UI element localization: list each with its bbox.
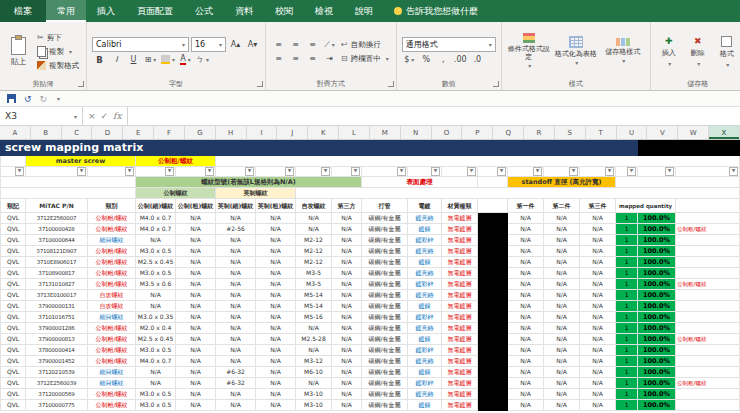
cell-tapping[interactable]: N/A: [296, 323, 332, 334]
cell-right[interactable]: [676, 235, 740, 246]
clipboard-dialog-launcher[interactable]: [78, 81, 84, 87]
cell-right[interactable]: [676, 389, 740, 400]
cell-imp_coarse[interactable]: N/A: [256, 257, 296, 268]
cell-s1[interactable]: N/A: [508, 268, 544, 279]
cell-tapping[interactable]: M2-12: [296, 257, 332, 268]
cell-s1[interactable]: N/A: [508, 400, 544, 411]
cell-imp_fine[interactable]: N/A: [216, 246, 256, 257]
column-letter-V[interactable]: V: [647, 126, 678, 139]
cell-material[interactable]: 碳鋼/有金屬: [362, 378, 408, 389]
cell-right[interactable]: [676, 268, 740, 279]
thread-note-band[interactable]: 螺紋型號(若無該L規格則為N/A): [136, 177, 362, 188]
empty-cell[interactable]: [296, 188, 740, 199]
column-letter-F[interactable]: F: [154, 126, 185, 139]
cell-pn[interactable]: 37108121D907: [26, 246, 88, 257]
cell-metric_coarse[interactable]: N/A: [176, 400, 216, 411]
cell-qty[interactable]: 1: [616, 246, 638, 257]
cell-metric_coarse[interactable]: N/A: [176, 235, 216, 246]
cell-s2[interactable]: N/A: [544, 378, 580, 389]
cell-qty[interactable]: 1: [616, 213, 638, 224]
cell-third[interactable]: N/A: [332, 400, 362, 411]
cell-redacted[interactable]: [478, 367, 508, 378]
cell-imp_coarse[interactable]: N/A: [256, 301, 296, 312]
cell-surface[interactable]: 無電鍍層: [442, 367, 478, 378]
cell-qvl[interactable]: QVL: [1, 301, 26, 312]
cell-s2[interactable]: N/A: [544, 268, 580, 279]
cell-cat[interactable]: 公制粗/螺紋: [88, 268, 136, 279]
cell-metric_coarse[interactable]: N/A: [176, 334, 216, 345]
column-header-metric_coarse[interactable]: 公制(粗)螺紋: [176, 199, 216, 213]
cell-tapping[interactable]: M2-12: [296, 246, 332, 257]
column-letter-I[interactable]: I: [247, 126, 278, 139]
cell-imp_fine[interactable]: N/A: [216, 301, 256, 312]
cell-s2[interactable]: N/A: [544, 279, 580, 290]
cell-qvl[interactable]: QVL: [1, 213, 26, 224]
underline-button[interactable]: U: [126, 53, 141, 66]
cell-redacted[interactable]: [478, 213, 508, 224]
filter-cell[interactable]: ▼: [408, 167, 442, 177]
cell-imp_fine[interactable]: N/A: [216, 268, 256, 279]
cell-s2[interactable]: N/A: [544, 367, 580, 378]
cell-imp_fine[interactable]: N/A: [216, 279, 256, 290]
column-letter-O[interactable]: O: [432, 126, 463, 139]
cell-third[interactable]: N/A: [332, 356, 362, 367]
cell-imp_coarse[interactable]: N/A: [256, 279, 296, 290]
cell-qty[interactable]: 1: [616, 378, 638, 389]
copy-button[interactable]: 複製▾: [35, 45, 81, 58]
name-box[interactable]: X3 ▾: [0, 107, 83, 125]
cell-metric_fine[interactable]: M4.0 x 0.7: [136, 356, 176, 367]
column-header-imp_coarse[interactable]: 英制(粗)螺紋: [256, 199, 296, 213]
cell-cat[interactable]: 細目螺紋: [88, 235, 136, 246]
cell-pct[interactable]: 100.0%: [638, 268, 676, 279]
filter-dropdown-icon[interactable]: ▼: [321, 167, 330, 176]
cell-right[interactable]: [676, 301, 740, 312]
cell-s1[interactable]: N/A: [508, 246, 544, 257]
cell-s3[interactable]: N/A: [580, 279, 616, 290]
cell-pct[interactable]: 100.0%: [638, 290, 676, 301]
cell-s2[interactable]: N/A: [544, 213, 580, 224]
cell-s1[interactable]: N/A: [508, 312, 544, 323]
cell-imp_fine[interactable]: N/A: [216, 257, 256, 268]
italic-button[interactable]: I: [109, 53, 124, 66]
cell-material[interactable]: 碳鋼/有金屬: [362, 345, 408, 356]
cell-metric_fine[interactable]: M3.0 x 0.5: [136, 400, 176, 411]
cell-qty[interactable]: 1: [616, 389, 638, 400]
column-letter-X[interactable]: X: [709, 126, 740, 139]
cell-s1[interactable]: N/A: [508, 301, 544, 312]
column-letter-G[interactable]: G: [185, 126, 216, 139]
cell-s3[interactable]: N/A: [580, 290, 616, 301]
cell-s1[interactable]: N/A: [508, 378, 544, 389]
cell-metric_coarse[interactable]: N/A: [176, 356, 216, 367]
cell-surface[interactable]: 無電鍍層: [442, 246, 478, 257]
filter-dropdown-icon[interactable]: ▼: [125, 167, 134, 176]
cell-s2[interactable]: N/A: [544, 235, 580, 246]
column-letter-C[interactable]: C: [62, 126, 93, 139]
filter-dropdown-icon[interactable]: ▼: [15, 167, 24, 176]
cell-pn[interactable]: 37120000569: [26, 389, 88, 400]
cell-cat[interactable]: 細目螺紋: [88, 378, 136, 389]
shrink-font-button[interactable]: A▾: [245, 38, 260, 51]
cell-surface[interactable]: 無電鍍層: [442, 279, 478, 290]
column-header-surface[interactable]: 材質種類: [442, 199, 478, 213]
column-header-third[interactable]: 第三方: [332, 199, 362, 213]
borders-button[interactable]: ⊞▾: [143, 53, 158, 66]
cell-s1[interactable]: N/A: [508, 345, 544, 356]
cell-tapping[interactable]: M3-10: [296, 389, 332, 400]
filter-dropdown-icon[interactable]: ▼: [605, 167, 614, 176]
filter-dropdown-icon[interactable]: ▼: [497, 167, 506, 176]
column-header-plating[interactable]: 電鍍: [408, 199, 442, 213]
cell-imp_coarse[interactable]: N/A: [256, 268, 296, 279]
cell-imp_fine[interactable]: N/A: [216, 213, 256, 224]
cell-surface[interactable]: 無電鍍層: [442, 290, 478, 301]
cell-plating[interactable]: 鍍鎳: [408, 257, 442, 268]
column-header-metric_fine[interactable]: 公制(細)螺紋: [136, 199, 176, 213]
cell-s2[interactable]: N/A: [544, 334, 580, 345]
cell-imp_coarse[interactable]: N/A: [256, 334, 296, 345]
cell-plating[interactable]: 鍍亮鉻: [408, 323, 442, 334]
cell-redacted[interactable]: [478, 224, 508, 235]
cell-imp_coarse[interactable]: N/A: [256, 378, 296, 389]
cell-right[interactable]: [676, 367, 740, 378]
cell-plating[interactable]: 鍍彩鋅: [408, 378, 442, 389]
bold-button[interactable]: B: [92, 53, 107, 66]
cell-metric_fine[interactable]: M3.0 x 0.5: [136, 268, 176, 279]
